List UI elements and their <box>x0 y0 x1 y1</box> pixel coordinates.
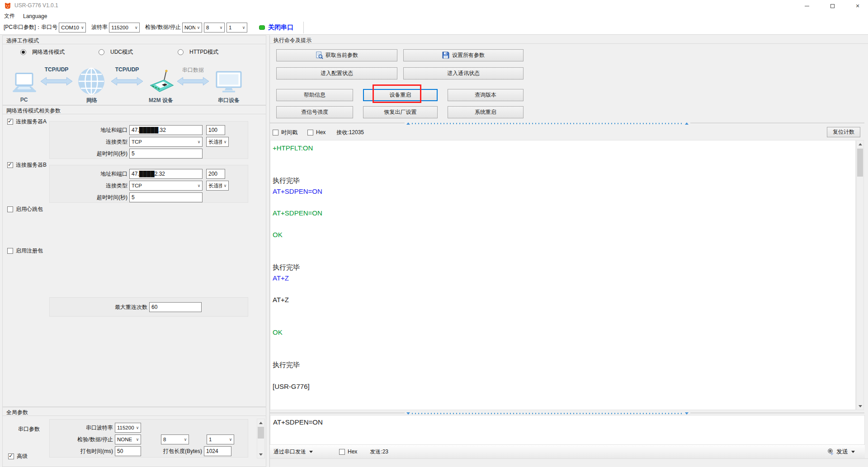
radio-httpd[interactable]: HTTPD模式 <box>178 48 218 56</box>
command-panel: 执行命令及提示 获取当前参数 <box>269 35 868 467</box>
send-hex-checkbox[interactable]: Hex <box>339 448 357 455</box>
m2m-device-icon <box>146 69 176 97</box>
radio-icon <box>20 49 26 55</box>
server-b-timeout-input[interactable]: 5 <box>129 192 203 202</box>
work-mode-group: 选择工作模式 网络透传模式 UDC模式 HTTPD模式 <box>2 35 266 105</box>
parity-select[interactable]: NONI ∨ <box>182 23 202 33</box>
help-button[interactable]: 帮助信息 <box>276 89 353 101</box>
close-button[interactable]: ✕ <box>847 0 868 12</box>
device-restart-button[interactable]: 设备重启 <box>363 89 438 101</box>
radio-icon <box>99 49 104 55</box>
collapse-up-icon[interactable] <box>406 122 410 125</box>
close-icon: ✕ <box>855 3 859 9</box>
server-b-address-input[interactable]: 47.████2.32 <box>129 169 203 179</box>
collapse-up-icon[interactable] <box>685 122 689 125</box>
doc-search-icon <box>316 51 323 59</box>
log-scrollbar[interactable] <box>856 140 864 410</box>
register-checkbox[interactable]: 启用注册包 <box>7 247 43 255</box>
enter-config-button[interactable]: 进入配置状态 <box>276 67 397 79</box>
chevron-down-icon: ∨ <box>196 140 202 144</box>
log-line: 执行完毕 <box>273 360 855 370</box>
menu-file[interactable]: 文件 <box>0 12 19 20</box>
server-a-type-select[interactable]: TCP ∨ <box>129 137 203 147</box>
log-line <box>273 349 855 360</box>
close-serial-button[interactable]: 关闭串口 <box>268 23 293 32</box>
radio-net-transparent[interactable]: 网络透传模式 <box>20 48 65 56</box>
radio-udc[interactable]: UDC模式 <box>99 48 133 56</box>
double-arrow-icon <box>40 77 73 88</box>
server-a-port-input[interactable]: 100 <box>206 125 225 135</box>
collapse-down-icon[interactable] <box>685 412 689 415</box>
arrow-up-icon <box>259 422 263 424</box>
log-splitter-top[interactable] <box>270 122 868 125</box>
server-b-keep-select[interactable]: 长连接 ∨ <box>206 181 229 191</box>
stopbits-select[interactable]: 1 ∨ <box>226 23 247 33</box>
scroll-up-button[interactable] <box>857 140 863 148</box>
databits-select[interactable]: 8 ∨ <box>204 23 225 33</box>
log-line <box>273 370 855 381</box>
gp-packlen-input[interactable]: 1024 <box>204 446 231 456</box>
gp-packlen-label: 打包长度(Bytes) <box>141 448 204 455</box>
work-mode-options: 网络透传模式 UDC模式 HTTPD模式 <box>3 48 266 56</box>
timestamp-checkbox[interactable]: 时间戳 <box>273 129 297 136</box>
reset-count-button[interactable]: 复位计数 <box>827 127 860 137</box>
scroll-down-button[interactable] <box>257 451 264 458</box>
double-arrow-icon <box>111 77 143 88</box>
gp-packtime-input[interactable]: 50 <box>115 446 141 456</box>
scroll-up-button[interactable] <box>257 419 264 426</box>
gp-stopbits-select[interactable]: 1 ∨ <box>207 434 234 444</box>
get-params-button[interactable]: 获取当前参数 <box>276 49 397 61</box>
log-line: AT+SDPEN=ON <box>273 208 855 219</box>
scrollbar-thumb[interactable] <box>857 149 863 177</box>
com-port-select[interactable]: COM10 ∨ <box>59 23 86 33</box>
enter-comm-button[interactable]: 进入通讯状态 <box>403 67 524 79</box>
log-line <box>273 305 855 316</box>
collapse-down-icon[interactable] <box>406 412 410 415</box>
left-panel-scrollbar[interactable] <box>257 419 265 458</box>
menu-language[interactable]: Language <box>19 12 51 20</box>
advanced-checkbox[interactable]: 高级 <box>8 453 28 460</box>
baud-label: 波特率 <box>91 23 108 31</box>
server-a-address-input[interactable]: 47.█████.32 <box>129 125 203 135</box>
window-title: USR-G776 V1.0.1 <box>14 2 58 9</box>
server-b-checkbox[interactable]: 连接服务器B <box>7 161 47 169</box>
factory-reset-button[interactable]: 恢复出厂设置 <box>363 106 438 118</box>
serial-params-panel: 串口波特率 115200 ∨ 检验/数据/停止 NONE ∨ 8 ∨ <box>49 419 248 458</box>
server-a-checkbox[interactable]: 连接服务器A <box>7 118 47 126</box>
serial-params-label: 串口参数 <box>18 425 40 433</box>
radio-icon <box>178 49 184 55</box>
log-line <box>273 251 855 262</box>
query-version-button[interactable]: 查询版本 <box>448 89 524 101</box>
send-via-serial-dropdown[interactable]: 通过串口发送 <box>274 448 313 456</box>
log-splitter-bottom[interactable] <box>270 412 868 415</box>
baud-select[interactable]: 115200 ∨ <box>109 23 140 33</box>
gp-databits-select[interactable]: 8 ∨ <box>161 434 189 444</box>
timeout-label: 超时时间(秒) <box>50 150 129 158</box>
log-output[interactable]: +HTPFLT:ON 执行完毕 AT+SDPEN=ON AT+SDPEN=ON … <box>270 140 856 410</box>
checkbox-icon <box>339 449 345 455</box>
global-params-group: 全局参数 串口参数 串口波特率 115200 ∨ 检验/数据/停止 NONE ∨ <box>2 407 266 467</box>
gp-parity-select[interactable]: NONE ∨ <box>115 434 141 444</box>
minimize-button[interactable] <box>797 0 817 12</box>
gp-baud-select[interactable]: 115200 ∨ <box>115 423 141 433</box>
server-a-timeout-input[interactable]: 5 <box>129 149 203 159</box>
log-hex-checkbox[interactable]: Hex <box>307 129 326 135</box>
scroll-down-button[interactable] <box>857 402 863 410</box>
reconnect-input[interactable]: 60 <box>149 302 202 312</box>
set-params-button[interactable]: 设置所有参数 <box>403 49 524 61</box>
server-a-keep-select[interactable]: 长连接 ∨ <box>206 137 229 147</box>
server-b-port-input[interactable]: 200 <box>206 169 225 179</box>
chevron-down-icon: ∨ <box>79 25 85 30</box>
heartbeat-checkbox[interactable]: 启用心跳包 <box>7 205 43 213</box>
server-a-panel: 地址和端口 47.█████.32 100 连接类型 TCP ∨ 长连接 ∨ <box>49 121 248 159</box>
work-mode-header: 选择工作模式 <box>3 36 266 44</box>
query-signal-button[interactable]: 查信号强度 <box>276 106 353 118</box>
scrollbar-thumb[interactable] <box>258 427 264 439</box>
send-input[interactable]: AT+SDPEN=ON <box>270 415 865 445</box>
send-button[interactable]: 发送 <box>827 448 855 456</box>
maximize-button[interactable] <box>822 0 843 12</box>
system-restart-button[interactable]: 系统重启 <box>448 106 524 118</box>
server-b-type-select[interactable]: TCP ∨ <box>129 181 203 191</box>
parity-label: 检验/数据/停止 <box>145 23 181 31</box>
checkbox-icon <box>7 162 13 168</box>
